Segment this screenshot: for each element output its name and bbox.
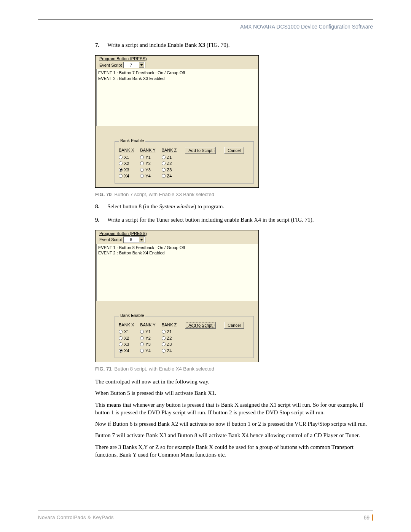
- step-8-ital: System window: [159, 203, 194, 209]
- radio-icon[interactable]: [140, 174, 144, 178]
- radio-icon[interactable]: [140, 330, 144, 334]
- fig71-bankz-header: BANK Z: [162, 322, 177, 328]
- fig71-bankx-header: BANK X: [119, 322, 134, 328]
- radio-icon[interactable]: [140, 349, 144, 353]
- step-8-pre: Select button 8 (in the: [107, 203, 159, 209]
- fig70-cancel-button[interactable]: Cancel: [224, 147, 244, 154]
- fig70-z2: Z2: [167, 160, 172, 167]
- fig71-screenshot: Program Button (PRESS) Event Script 8 EV…: [95, 230, 259, 363]
- fig70-prog-title: Program Button (PRESS): [99, 56, 147, 61]
- step-8-num: 8.: [95, 203, 103, 210]
- fig70-event-script-select[interactable]: 7: [123, 62, 145, 68]
- radio-icon[interactable]: [140, 336, 144, 340]
- fig70-y4: Y4: [145, 173, 150, 179]
- radio-icon-selected[interactable]: [119, 349, 123, 353]
- radio-icon[interactable]: [162, 174, 166, 178]
- radio-icon[interactable]: [119, 155, 123, 159]
- fig71-add-to-script-button[interactable]: Add to Script: [185, 322, 216, 329]
- paragraph-3: This means that whenever any button is p…: [95, 401, 373, 417]
- radio-icon[interactable]: [140, 155, 144, 159]
- fig70-y2: Y2: [145, 160, 150, 167]
- radio-icon[interactable]: [162, 161, 166, 165]
- footer-page-number: 69: [363, 514, 373, 521]
- radio-icon[interactable]: [140, 168, 144, 172]
- paragraph-4: Now if Button 6 is pressed Bank X2 will …: [95, 420, 373, 428]
- step-7: 7. Write a script and include Enable Ban…: [95, 42, 373, 48]
- radio-icon[interactable]: [140, 161, 144, 165]
- step-7-bold: X3: [198, 42, 205, 48]
- radio-icon[interactable]: [162, 168, 166, 172]
- fig71-event-script-label: Event Script: [99, 237, 122, 242]
- fig71-z4: Z4: [167, 348, 172, 354]
- fig71-cancel-button[interactable]: Cancel: [224, 322, 244, 329]
- fig70-bankz-header: BANK Z: [162, 147, 177, 153]
- radio-icon[interactable]: [162, 330, 166, 334]
- dropdown-arrow-icon[interactable]: [139, 62, 144, 68]
- fig71-y1: Y1: [145, 329, 150, 335]
- radio-icon[interactable]: [119, 330, 123, 334]
- fig70-event-line-2: EVENT 2 : Button Bank X3 Enabled: [98, 76, 256, 81]
- radio-icon[interactable]: [162, 336, 166, 340]
- fig71-caption-body: Button 8 script, with Enable X4 Bank sel…: [115, 366, 214, 372]
- fig71-x1: X1: [124, 329, 129, 335]
- fig71-event-script-select[interactable]: 8: [123, 236, 145, 243]
- fig70-bankx-header: BANK X: [119, 147, 134, 153]
- fig70-bank-enable-group: Bank Enable BANK X X1 X2 X3 X4 BANK Y Y1: [115, 141, 254, 184]
- step-7-num: 7.: [95, 42, 103, 48]
- fig71-x3: X3: [124, 341, 129, 348]
- step-8: 8. Select button 8 (in the System window…: [95, 203, 373, 210]
- fig71-script-area[interactable]: EVENT 1 : Button 8 Feedback : On / Group…: [96, 244, 258, 301]
- fig70-banky-header: BANK Y: [140, 147, 155, 153]
- fig70-event-script-label: Event Script: [99, 63, 122, 67]
- step-9: 9. Write a script for the Tuner select b…: [95, 217, 373, 223]
- fig71-bank-legend: Bank Enable: [119, 313, 145, 318]
- fig71-caption: FIG. 71 Button 8 script, with Enable X4 …: [95, 366, 373, 372]
- step-9-body: Write a script for the Tuner select butt…: [107, 217, 314, 223]
- fig71-y4: Y4: [145, 348, 150, 354]
- radio-icon[interactable]: [119, 161, 123, 165]
- fig70-add-to-script-button[interactable]: Add to Script: [185, 147, 216, 154]
- fig71-event-line-2: EVENT 2 : Button Bank X4 Enabled: [98, 250, 256, 256]
- fig71-z3: Z3: [167, 341, 172, 348]
- fig70-caption: FIG. 70 Button 7 script, with Enable X3 …: [95, 192, 373, 197]
- radio-icon[interactable]: [140, 342, 144, 346]
- fig70-z1: Z1: [167, 154, 172, 161]
- fig70-event-script-value: 7: [130, 63, 132, 67]
- step-8-post: ) to program.: [194, 203, 224, 209]
- fig70-y1: Y1: [145, 154, 150, 161]
- fig71-prog-title: Program Button (PRESS): [99, 231, 147, 236]
- fig71-y3: Y3: [145, 341, 150, 348]
- radio-icon[interactable]: [162, 342, 166, 346]
- step-7-pre: Write a script and include Enable Bank: [107, 42, 198, 48]
- paragraph-5: Button 7 will activate Bank X3 and Butto…: [95, 431, 373, 439]
- radio-icon-selected[interactable]: [119, 168, 123, 172]
- step-9-num: 9.: [95, 217, 103, 223]
- fig71-x2: X2: [124, 335, 129, 342]
- dropdown-arrow-icon[interactable]: [139, 237, 144, 242]
- step-7-post: (FIG. 70).: [205, 42, 229, 48]
- fig71-x4: X4: [124, 348, 129, 354]
- fig70-z4: Z4: [167, 173, 172, 179]
- fig70-x4: X4: [124, 173, 129, 179]
- fig71-y2: Y2: [145, 335, 150, 342]
- fig71-z1: Z1: [167, 329, 172, 335]
- fig70-event-line-1: EVENT 1 : Button 7 Feedback : On / Group…: [98, 70, 256, 76]
- fig71-bank-enable-group: Bank Enable BANK X X1 X2 X3 X4 BANK Y Y1: [115, 316, 254, 358]
- fig71-caption-label: FIG. 71: [95, 366, 112, 372]
- radio-icon[interactable]: [119, 336, 123, 340]
- paragraph-2: When Button 5 is pressed this will activ…: [95, 389, 373, 397]
- radio-icon[interactable]: [162, 155, 166, 159]
- fig70-caption-body: Button 7 script, with Enable X3 Bank sel…: [115, 192, 214, 197]
- radio-icon[interactable]: [119, 342, 123, 346]
- fig70-z3: Z3: [167, 167, 172, 173]
- fig70-x3: X3: [124, 167, 129, 173]
- fig70-x2: X2: [124, 160, 129, 167]
- header-title: AMX NOVARA DCS1000 Device Configuration …: [38, 22, 373, 39]
- paragraph-6: There are 3 Banks X,Y or Z so for exampl…: [95, 443, 373, 459]
- fig70-x1: X1: [124, 154, 129, 161]
- fig70-script-area[interactable]: EVENT 1 : Button 7 Feedback : On / Group…: [96, 69, 258, 126]
- fig70-screenshot: Program Button (PRESS) Event Script 7 EV…: [95, 55, 259, 188]
- fig71-z2: Z2: [167, 335, 172, 342]
- radio-icon[interactable]: [162, 349, 166, 353]
- radio-icon[interactable]: [119, 174, 123, 178]
